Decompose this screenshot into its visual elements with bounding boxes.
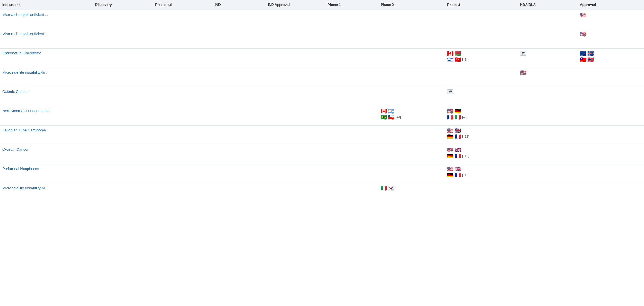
phase3-cell: 🏴 [445, 87, 518, 106]
phase3-cell [445, 68, 518, 87]
flag-emoji: 🇧🇷 [381, 115, 387, 120]
ind-cell [212, 164, 266, 183]
flag-emoji: 🇺🇸 [447, 109, 453, 114]
phase3-content: 🇨🇦🇧🇾🇮🇱🇹🇷[+1] [447, 51, 515, 65]
flags-row: 🇺🇸🇬🇧 [447, 128, 515, 133]
indication-name[interactable]: Microsatellite instability-hi... [2, 70, 48, 74]
flag-emoji: 🇬🇧 [455, 147, 461, 152]
table-row: Peritoneal Neoplasms 🇺🇸🇬🇧🇩🇪🇫🇷[+16] [0, 164, 644, 183]
phase3-content [447, 32, 515, 46]
phase1-cell [325, 164, 379, 183]
approved-cell [578, 106, 644, 126]
flags-row: 🇪🇺🇮🇸 [580, 51, 642, 56]
phase2-cell [378, 126, 445, 145]
col-header-phase1: Phase 1 [325, 0, 379, 10]
nda-cell [518, 164, 578, 183]
flag-emoji: 🇳🇴 [587, 57, 594, 62]
flags-row: 🇩🇪🇫🇷[+16] [447, 153, 515, 158]
discovery-cell [93, 106, 153, 126]
indication-name[interactable]: Non-Small Cell Lung Cancer [2, 109, 50, 113]
indication-cell: Non-Small Cell Lung Cancer [0, 106, 93, 126]
nda-content [520, 128, 575, 142]
indication-name[interactable]: Fallopian Tube Carcinoma [2, 128, 46, 132]
col-header-ind: IND [212, 0, 266, 10]
indication-name[interactable]: Colonic Cancer [2, 89, 28, 94]
indication-cell: Mismatch repair-deficient ... [0, 10, 93, 29]
indication-name[interactable]: Mismatch repair-deficient ... [2, 12, 48, 17]
flag-emoji: 🇦🇷 [388, 109, 394, 114]
indication-cell: Microsatellite instability-hi... [0, 68, 93, 87]
nda-cell: 🏴 [518, 49, 578, 68]
nda-cell: 🇺🇸 [518, 68, 578, 87]
phase2-content: 🇨🇦🇦🇷🇧🇷🇨🇱[+4] [381, 109, 442, 123]
indication-name[interactable]: Peritoneal Neoplasms [2, 167, 39, 171]
flag-emoji: 🇹🇷 [455, 57, 461, 62]
flag-emoji: 🇮🇱 [447, 57, 453, 62]
table-row: Mismatch repair-deficient ... 🇺🇸 [0, 10, 644, 29]
ind-approval-cell [266, 29, 325, 49]
flags-row: 🇺🇸🇩🇪 [447, 109, 515, 114]
col-header-preclinical: Preclinical [153, 0, 212, 10]
flag-emoji: 🇫🇷 [455, 173, 461, 178]
ind-approval-cell [266, 10, 325, 29]
flag-emoji: 🇨🇦 [381, 109, 387, 114]
phase2-content [381, 12, 442, 27]
flag-emoji: 🇫🇷 [447, 115, 453, 120]
indication-name[interactable]: Mismatch repair-deficient ... [2, 32, 48, 36]
ind-cell [212, 10, 266, 29]
approved-cell [578, 183, 644, 203]
table-header-row: Indications Discovery Preclinical IND IN… [0, 0, 644, 10]
ind-approval-cell [266, 49, 325, 68]
approved-cell: 🇺🇸 [578, 29, 644, 49]
ind-approval-cell [266, 126, 325, 145]
flag-emoji: 🇩🇪 [447, 173, 453, 178]
approved-cell [578, 68, 644, 87]
indication-cell: Peritoneal Neoplasms [0, 164, 93, 183]
approved-cell [578, 126, 644, 145]
phase2-cell: 🇨🇦🇦🇷🇧🇷🇨🇱[+4] [378, 106, 445, 126]
flags-row: 🇺🇸 [580, 32, 642, 37]
phase3-cell: 🇺🇸🇬🇧🇩🇪🇫🇷[+16] [445, 164, 518, 183]
pipeline-table: Indications Discovery Preclinical IND IN… [0, 0, 644, 202]
nda-content [520, 32, 575, 46]
flag-emoji: 🇬🇧 [455, 167, 461, 172]
approved-content [580, 167, 642, 181]
indication-name[interactable]: Endometrial Carcinoma [2, 51, 41, 55]
nda-content [520, 12, 575, 27]
phase2-cell [378, 68, 445, 87]
phase1-cell [325, 145, 379, 164]
col-header-discovery: Discovery [93, 0, 153, 10]
discovery-cell [93, 164, 153, 183]
ind-cell [212, 68, 266, 87]
preclinical-cell [153, 87, 212, 106]
flags-row: 🏴 [447, 89, 515, 94]
phase3-content: 🇺🇸🇩🇪🇫🇷🇮🇹[+5] [447, 109, 515, 123]
phase1-cell [325, 106, 379, 126]
indication-name[interactable]: Microsatellite instability-hi... [2, 186, 48, 190]
col-header-ind-approval: IND Approval [266, 0, 325, 10]
phase3-content: 🇺🇸🇬🇧🇩🇪🇫🇷[+16] [447, 147, 515, 162]
nda-content [520, 147, 575, 162]
preclinical-cell [153, 10, 212, 29]
preclinical-cell [153, 106, 212, 126]
approved-content [580, 186, 642, 200]
phase3-cell: 🇨🇦🇧🇾🇮🇱🇹🇷[+1] [445, 49, 518, 68]
phase2-cell [378, 87, 445, 106]
indication-name[interactable]: Ovarian Cancer [2, 147, 28, 152]
phase3-cell: 🇺🇸🇬🇧🇩🇪🇫🇷[+16] [445, 126, 518, 145]
phase3-cell [445, 29, 518, 49]
nda-content: 🏴 [520, 51, 575, 65]
preclinical-cell [153, 49, 212, 68]
nda-cell [518, 87, 578, 106]
plus-badge: [+16] [462, 173, 469, 177]
flag-emoji: 🇺🇸 [447, 128, 453, 133]
flag-emoji: 🇰🇷 [388, 186, 394, 191]
nda-content [520, 186, 575, 200]
col-header-indications: Indications [0, 0, 93, 10]
table-row: Fallopian Tube Carcinoma 🇺🇸🇬🇧🇩🇪🇫🇷[+16] [0, 126, 644, 145]
phase3-cell [445, 10, 518, 29]
phase3-content: 🏴 [447, 89, 515, 104]
flags-row: 🇮🇱🇹🇷[+1] [447, 57, 515, 62]
approved-cell: 🇪🇺🇮🇸🇹🇼🇳🇴 [578, 49, 644, 68]
flags-row: 🇺🇸🇬🇧 [447, 147, 515, 152]
